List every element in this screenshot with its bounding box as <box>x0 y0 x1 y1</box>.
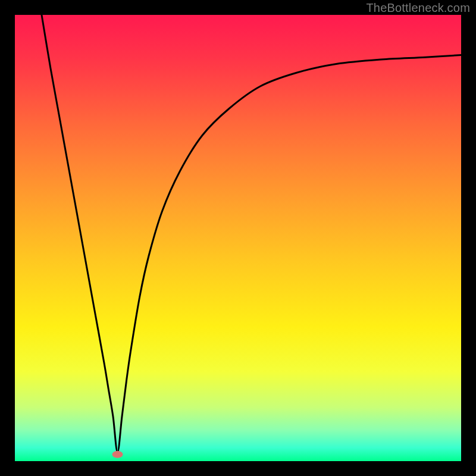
watermark-text: TheBottleneck.com <box>366 1 470 15</box>
plot-area <box>15 15 461 461</box>
curve-layer <box>15 15 461 461</box>
optimal-point-marker <box>112 451 123 458</box>
chart-frame: TheBottleneck.com <box>0 0 476 476</box>
bottleneck-curve <box>42 15 461 452</box>
